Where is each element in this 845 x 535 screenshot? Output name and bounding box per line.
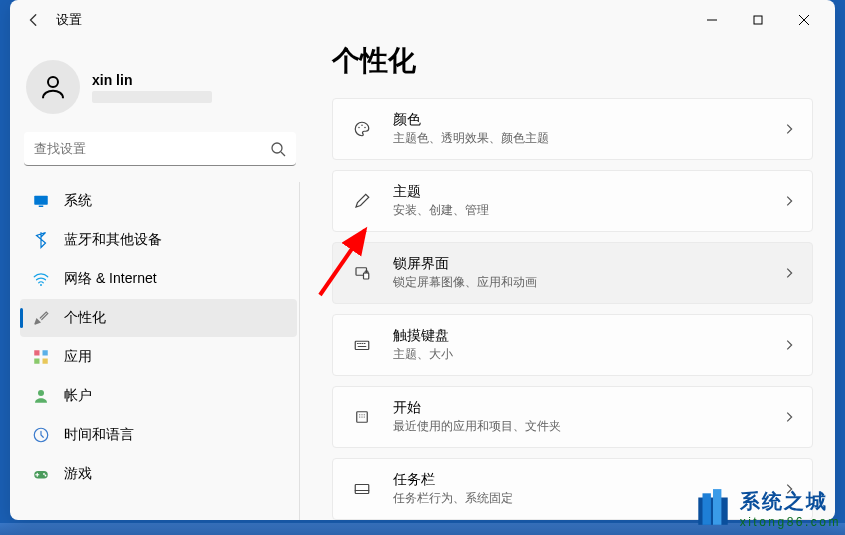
watermark: 系统之城 xitong86.com xyxy=(692,487,841,529)
nav-item-accounts[interactable]: 帐户 xyxy=(20,377,297,415)
nav-item-time[interactable]: 时间和语言 xyxy=(20,416,297,454)
avatar xyxy=(26,60,80,114)
svg-rect-23 xyxy=(364,273,369,279)
svg-line-6 xyxy=(281,152,285,156)
svg-point-32 xyxy=(361,414,362,415)
svg-rect-11 xyxy=(43,350,48,355)
nav-item-label: 时间和语言 xyxy=(64,426,134,444)
watermark-text-zh: 系统之城 xyxy=(740,488,841,515)
start-icon xyxy=(349,408,375,426)
maximize-button[interactable] xyxy=(735,4,781,36)
window-controls xyxy=(689,4,827,36)
main-content: 个性化 颜色 主题色、透明效果、颜色主题 主题 安装、创建、管理 锁屏界面 锁定… xyxy=(310,40,835,520)
svg-point-19 xyxy=(358,127,360,129)
nav-item-label: 游戏 xyxy=(64,465,92,483)
apps-icon xyxy=(32,348,50,366)
settings-card-touchkeyboard[interactable]: 触摸键盘 主题、大小 xyxy=(332,314,813,376)
user-email-blurred xyxy=(92,91,212,103)
nav-item-system[interactable]: 系统 xyxy=(20,182,297,220)
svg-point-20 xyxy=(361,125,363,127)
svg-rect-37 xyxy=(355,485,369,494)
pen-icon xyxy=(349,192,375,210)
nav-item-apps[interactable]: 应用 xyxy=(20,338,297,376)
card-subtitle: 主题色、透明效果、颜色主题 xyxy=(393,130,782,147)
svg-point-4 xyxy=(48,77,58,87)
settings-card-palette[interactable]: 颜色 主题色、透明效果、颜色主题 xyxy=(332,98,813,160)
svg-rect-13 xyxy=(43,359,48,364)
search-icon xyxy=(270,141,286,157)
svg-point-17 xyxy=(43,473,45,475)
page-title: 个性化 xyxy=(332,42,813,80)
svg-point-9 xyxy=(40,284,42,286)
chevron-right-icon xyxy=(782,194,796,208)
svg-point-33 xyxy=(364,414,365,415)
system-icon xyxy=(32,192,50,210)
user-name: xin lin xyxy=(92,72,212,88)
nav-list: 系统蓝牙和其他设备网络 & Internet个性化应用帐户时间和语言游戏 xyxy=(20,182,300,520)
nav-item-gaming[interactable]: 游戏 xyxy=(20,455,297,493)
chevron-right-icon xyxy=(782,338,796,352)
user-profile[interactable]: xin lin xyxy=(26,60,294,114)
svg-rect-10 xyxy=(34,350,39,355)
network-icon xyxy=(32,270,50,288)
chevron-right-icon xyxy=(782,122,796,136)
title-bar: 设置 xyxy=(10,0,835,40)
svg-point-31 xyxy=(359,414,360,415)
search-box[interactable] xyxy=(24,132,296,166)
minimize-button[interactable] xyxy=(689,4,735,36)
nav-item-label: 蓝牙和其他设备 xyxy=(64,231,162,249)
nav-item-label: 应用 xyxy=(64,348,92,366)
settings-card-lockscreen[interactable]: 锁屏界面 锁定屏幕图像、应用和动画 xyxy=(332,242,813,304)
close-button[interactable] xyxy=(781,4,827,36)
personalize-icon xyxy=(32,309,50,327)
settings-card-pen[interactable]: 主题 安装、创建、管理 xyxy=(332,170,813,232)
svg-point-35 xyxy=(361,416,362,417)
svg-point-34 xyxy=(359,416,360,417)
back-button[interactable] xyxy=(18,4,50,36)
watermark-text-en: xitong86.com xyxy=(740,515,841,529)
nav-item-label: 网络 & Internet xyxy=(64,270,157,288)
card-title: 颜色 xyxy=(393,111,782,129)
app-title: 设置 xyxy=(56,11,82,29)
svg-rect-8 xyxy=(39,206,44,208)
card-subtitle: 主题、大小 xyxy=(393,346,782,363)
svg-rect-42 xyxy=(713,489,721,525)
taskbar-icon xyxy=(349,480,375,498)
chevron-right-icon xyxy=(782,410,796,424)
svg-point-5 xyxy=(272,143,282,153)
svg-point-36 xyxy=(364,416,365,417)
svg-rect-7 xyxy=(34,196,48,205)
card-title: 锁屏界面 xyxy=(393,255,782,273)
nav-item-bluetooth[interactable]: 蓝牙和其他设备 xyxy=(20,221,297,259)
card-title: 主题 xyxy=(393,183,782,201)
bluetooth-icon xyxy=(32,231,50,249)
search-input[interactable] xyxy=(34,141,270,156)
svg-point-14 xyxy=(38,390,44,396)
svg-rect-12 xyxy=(34,359,39,364)
svg-point-18 xyxy=(45,475,47,477)
touchkeyboard-icon xyxy=(349,336,375,354)
card-title: 触摸键盘 xyxy=(393,327,782,345)
nav-item-personalize[interactable]: 个性化 xyxy=(20,299,297,337)
nav-item-label: 个性化 xyxy=(64,309,106,327)
settings-window: 设置 xin lin 系统蓝牙和其他设备网络 & Internet个性 xyxy=(10,0,835,520)
accounts-icon xyxy=(32,387,50,405)
svg-rect-1 xyxy=(754,16,762,24)
lockscreen-icon xyxy=(349,264,375,282)
nav-item-label: 帐户 xyxy=(64,387,92,405)
svg-rect-24 xyxy=(355,341,369,349)
svg-point-21 xyxy=(364,127,366,129)
nav-item-label: 系统 xyxy=(64,192,92,210)
settings-card-start[interactable]: 开始 最近使用的应用和项目、文件夹 xyxy=(332,386,813,448)
gaming-icon xyxy=(32,465,50,483)
card-title: 开始 xyxy=(393,399,782,417)
svg-rect-41 xyxy=(702,493,710,525)
time-icon xyxy=(32,426,50,444)
card-subtitle: 锁定屏幕图像、应用和动画 xyxy=(393,274,782,291)
card-subtitle: 安装、创建、管理 xyxy=(393,202,782,219)
chevron-right-icon xyxy=(782,266,796,280)
nav-item-network[interactable]: 网络 & Internet xyxy=(20,260,297,298)
card-subtitle: 最近使用的应用和项目、文件夹 xyxy=(393,418,782,435)
sidebar: xin lin 系统蓝牙和其他设备网络 & Internet个性化应用帐户时间和… xyxy=(10,40,310,520)
watermark-logo-icon xyxy=(692,487,734,529)
